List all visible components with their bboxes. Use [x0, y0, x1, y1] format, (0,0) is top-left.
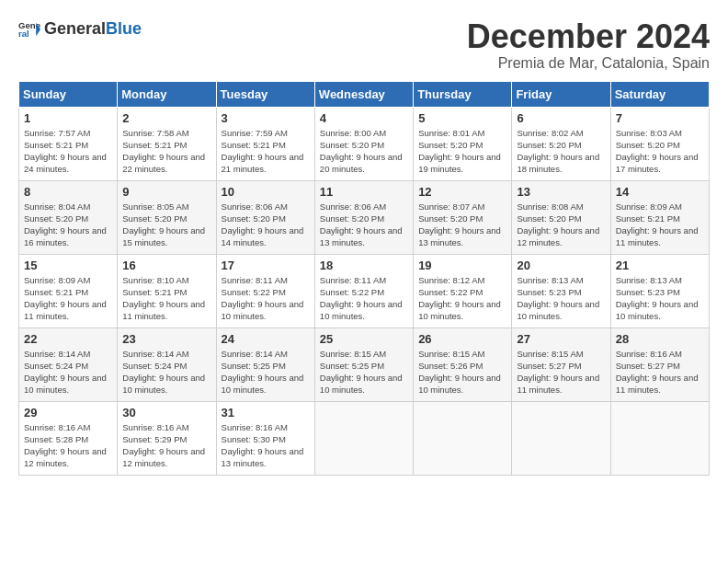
calendar-cell: 3 Sunrise: 7:59 AM Sunset: 5:21 PM Dayli… [216, 107, 314, 180]
header: Gene ral GeneralBlue December 2024 Premi… [18, 18, 710, 72]
day-info: Sunrise: 8:14 AM Sunset: 5:24 PM Dayligh… [24, 349, 107, 396]
col-header-tuesday: Tuesday [216, 81, 314, 107]
logo-icon: Gene ral [18, 18, 40, 40]
day-number: 25 [320, 332, 408, 346]
day-number: 30 [122, 406, 210, 419]
col-header-wednesday: Wednesday [314, 81, 413, 107]
day-info: Sunrise: 8:07 AM Sunset: 5:20 PM Dayligh… [418, 201, 501, 248]
day-number: 1 [24, 111, 112, 125]
week-row-4: 22 Sunrise: 8:14 AM Sunset: 5:24 PM Dayl… [19, 327, 710, 401]
day-number: 31 [222, 406, 310, 419]
calendar-cell: 12 Sunrise: 8:07 AM Sunset: 5:20 PM Dayl… [414, 180, 512, 254]
calendar-cell: 16 Sunrise: 8:10 AM Sunset: 5:21 PM Dayl… [118, 254, 216, 327]
day-info: Sunrise: 7:58 AM Sunset: 5:21 PM Dayligh… [122, 128, 205, 175]
calendar-cell: 17 Sunrise: 8:11 AM Sunset: 5:22 PM Dayl… [216, 254, 314, 327]
day-info: Sunrise: 8:10 AM Sunset: 5:21 PM Dayligh… [122, 275, 205, 322]
calendar-cell: 25 Sunrise: 8:15 AM Sunset: 5:25 PM Dayl… [314, 327, 413, 401]
calendar-cell [314, 401, 413, 475]
calendar-cell: 24 Sunrise: 8:14 AM Sunset: 5:25 PM Dayl… [216, 327, 314, 401]
day-info: Sunrise: 8:15 AM Sunset: 5:26 PM Dayligh… [418, 349, 501, 396]
day-number: 7 [616, 111, 704, 125]
day-info: Sunrise: 8:04 AM Sunset: 5:20 PM Dayligh… [24, 201, 107, 248]
calendar-cell: 29 Sunrise: 8:16 AM Sunset: 5:28 PM Dayl… [19, 401, 118, 475]
calendar-cell: 7 Sunrise: 8:03 AM Sunset: 5:20 PM Dayli… [610, 107, 709, 180]
day-info: Sunrise: 8:05 AM Sunset: 5:20 PM Dayligh… [122, 201, 205, 248]
day-info: Sunrise: 7:57 AM Sunset: 5:21 PM Dayligh… [24, 128, 107, 175]
calendar-cell: 14 Sunrise: 8:09 AM Sunset: 5:21 PM Dayl… [610, 180, 709, 254]
day-info: Sunrise: 8:11 AM Sunset: 5:22 PM Dayligh… [222, 275, 304, 322]
day-info: Sunrise: 8:13 AM Sunset: 5:23 PM Dayligh… [616, 275, 699, 322]
calendar-cell [414, 401, 512, 475]
header-row: SundayMondayTuesdayWednesdayThursdayFrid… [19, 81, 710, 107]
calendar-body: 1 Sunrise: 7:57 AM Sunset: 5:21 PM Dayli… [19, 107, 710, 475]
day-number: 12 [418, 185, 506, 199]
calendar-title: December 2024 [467, 18, 710, 55]
title-section: December 2024 Premia de Mar, Catalonia, … [467, 18, 710, 72]
calendar-cell: 10 Sunrise: 8:06 AM Sunset: 5:20 PM Dayl… [216, 180, 314, 254]
day-number: 16 [122, 259, 210, 272]
week-row-1: 1 Sunrise: 7:57 AM Sunset: 5:21 PM Dayli… [19, 107, 710, 180]
day-number: 10 [222, 185, 310, 199]
calendar-cell: 18 Sunrise: 8:11 AM Sunset: 5:22 PM Dayl… [314, 254, 413, 327]
day-number: 15 [24, 259, 112, 272]
calendar-cell: 2 Sunrise: 7:58 AM Sunset: 5:21 PM Dayli… [118, 107, 216, 180]
day-number: 24 [222, 332, 310, 346]
calendar-header: SundayMondayTuesdayWednesdayThursdayFrid… [19, 81, 710, 107]
calendar-cell: 27 Sunrise: 8:15 AM Sunset: 5:27 PM Dayl… [512, 327, 610, 401]
calendar-cell: 26 Sunrise: 8:15 AM Sunset: 5:26 PM Dayl… [414, 327, 512, 401]
calendar-cell: 21 Sunrise: 8:13 AM Sunset: 5:23 PM Dayl… [610, 254, 709, 327]
day-info: Sunrise: 8:15 AM Sunset: 5:27 PM Dayligh… [517, 349, 599, 396]
logo-text-block: GeneralBlue [44, 20, 142, 39]
day-number: 20 [517, 259, 605, 272]
day-number: 17 [222, 259, 310, 272]
day-info: Sunrise: 8:00 AM Sunset: 5:20 PM Dayligh… [320, 128, 403, 175]
calendar-cell: 22 Sunrise: 8:14 AM Sunset: 5:24 PM Dayl… [19, 327, 118, 401]
day-info: Sunrise: 8:02 AM Sunset: 5:20 PM Dayligh… [517, 128, 599, 175]
day-info: Sunrise: 8:12 AM Sunset: 5:22 PM Dayligh… [418, 275, 501, 322]
calendar-cell: 1 Sunrise: 7:57 AM Sunset: 5:21 PM Dayli… [19, 107, 118, 180]
day-info: Sunrise: 8:06 AM Sunset: 5:20 PM Dayligh… [222, 201, 304, 248]
day-number: 3 [222, 111, 310, 125]
day-info: Sunrise: 8:16 AM Sunset: 5:29 PM Dayligh… [122, 422, 205, 469]
day-info: Sunrise: 7:59 AM Sunset: 5:21 PM Dayligh… [222, 128, 304, 175]
col-header-friday: Friday [512, 81, 610, 107]
col-header-monday: Monday [118, 81, 216, 107]
col-header-thursday: Thursday [414, 81, 512, 107]
calendar-subtitle: Premia de Mar, Catalonia, Spain [467, 55, 710, 72]
day-number: 13 [517, 185, 605, 199]
logo-blue: Blue [106, 19, 142, 38]
day-number: 23 [122, 332, 210, 346]
week-row-2: 8 Sunrise: 8:04 AM Sunset: 5:20 PM Dayli… [19, 180, 710, 254]
day-number: 4 [320, 111, 408, 125]
week-row-5: 29 Sunrise: 8:16 AM Sunset: 5:28 PM Dayl… [19, 401, 710, 475]
svg-text:ral: ral [18, 29, 29, 39]
calendar-cell: 5 Sunrise: 8:01 AM Sunset: 5:20 PM Dayli… [414, 107, 512, 180]
day-number: 14 [616, 185, 704, 199]
calendar-table: SundayMondayTuesdayWednesdayThursdayFrid… [18, 81, 710, 476]
calendar-cell: 15 Sunrise: 8:09 AM Sunset: 5:21 PM Dayl… [19, 254, 118, 327]
day-info: Sunrise: 8:01 AM Sunset: 5:20 PM Dayligh… [418, 128, 501, 175]
day-number: 5 [418, 111, 506, 125]
day-number: 6 [517, 111, 605, 125]
day-info: Sunrise: 8:14 AM Sunset: 5:24 PM Dayligh… [122, 349, 205, 396]
calendar-cell [610, 401, 709, 475]
day-number: 8 [24, 185, 112, 199]
calendar-cell: 28 Sunrise: 8:16 AM Sunset: 5:27 PM Dayl… [610, 327, 709, 401]
day-info: Sunrise: 8:11 AM Sunset: 5:22 PM Dayligh… [320, 275, 403, 322]
day-number: 19 [418, 259, 506, 272]
logo-general: General [44, 19, 106, 38]
day-number: 22 [24, 332, 112, 346]
week-row-3: 15 Sunrise: 8:09 AM Sunset: 5:21 PM Dayl… [19, 254, 710, 327]
calendar-cell: 8 Sunrise: 8:04 AM Sunset: 5:20 PM Dayli… [19, 180, 118, 254]
day-number: 28 [616, 332, 704, 346]
day-info: Sunrise: 8:13 AM Sunset: 5:23 PM Dayligh… [517, 275, 599, 322]
page-container: Gene ral GeneralBlue December 2024 Premi… [18, 18, 710, 476]
calendar-cell: 6 Sunrise: 8:02 AM Sunset: 5:20 PM Dayli… [512, 107, 610, 180]
calendar-cell: 31 Sunrise: 8:16 AM Sunset: 5:30 PM Dayl… [216, 401, 314, 475]
day-info: Sunrise: 8:16 AM Sunset: 5:28 PM Dayligh… [24, 422, 107, 469]
day-info: Sunrise: 8:09 AM Sunset: 5:21 PM Dayligh… [616, 201, 699, 248]
day-info: Sunrise: 8:08 AM Sunset: 5:20 PM Dayligh… [517, 201, 599, 248]
calendar-cell: 30 Sunrise: 8:16 AM Sunset: 5:29 PM Dayl… [118, 401, 216, 475]
calendar-cell: 19 Sunrise: 8:12 AM Sunset: 5:22 PM Dayl… [414, 254, 512, 327]
col-header-saturday: Saturday [610, 81, 709, 107]
